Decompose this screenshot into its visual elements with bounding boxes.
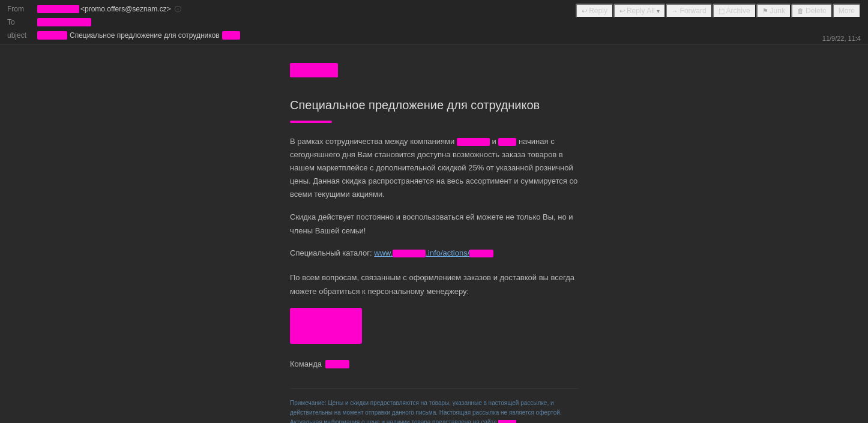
reply-icon: ↩ [582, 7, 587, 15]
from-name-redacted [37, 5, 79, 13]
email-header: From <promo.offers@seznam.cz> ⓘ To ubjec… [0, 0, 868, 45]
to-name-redacted [37, 18, 91, 26]
footer-note: Примечание: Цены и скидки предоставляютс… [290, 388, 578, 423]
email-timestamp: 11/9/22, 11:4 [822, 35, 861, 42]
logo-block [290, 63, 578, 77]
to-label: To [7, 18, 37, 26]
reply-all-icon: ↩ [619, 7, 625, 15]
reply-button[interactable]: ↩ Reply [576, 4, 613, 18]
email-title: Специальное предложение для сотрудников [290, 95, 578, 115]
para1-start: В рамках сотрудничества между компаниями [290, 137, 454, 146]
catalog-domain-redacted [393, 250, 426, 257]
junk-icon: ⚑ [762, 7, 768, 15]
catalog-path-redacted [469, 250, 493, 257]
subject-redacted2 [222, 31, 240, 40]
archive-icon: ⬚ [719, 7, 725, 15]
from-label: From [7, 5, 37, 13]
junk-button[interactable]: ⚑ Junk [756, 4, 791, 18]
reply-all-chevron: ▾ [657, 8, 660, 14]
reply-label: Reply [589, 7, 607, 15]
email-content: Специальное предложение для сотрудников … [290, 63, 578, 423]
more-label: More [839, 7, 855, 15]
paragraph-2: Скидка действует постоянно и воспользова… [290, 211, 578, 237]
subject-text: Специальное предложение для сотрудников [70, 31, 220, 40]
catalog-label: Специальный каталог: [290, 248, 372, 257]
company2-redacted [498, 138, 516, 146]
company1-redacted [457, 138, 490, 146]
subject-label: ubject [7, 31, 37, 40]
junk-label: Junk [770, 7, 785, 15]
forward-button[interactable]: → Forward [666, 4, 713, 18]
logo-image [290, 63, 338, 77]
team-label: Команда [290, 358, 322, 371]
forward-icon: → [672, 7, 678, 14]
email-body: Специальное предложение для сотрудников … [0, 45, 868, 423]
forward-label: Forward [680, 7, 707, 15]
para1-end: начиная с сегодняшнего дня Вам становитс… [290, 137, 577, 199]
catalog-line: Специальный каталог: www. .info/actions/ [290, 247, 578, 260]
manager-button[interactable] [290, 308, 362, 344]
catalog-link[interactable]: www. .info/actions/ [374, 248, 493, 257]
email-toolbar: ↩ Reply ↩ Reply All ▾ → Forward ⬚ Archiv… [576, 4, 861, 18]
catalog-link-prefix: www. [374, 248, 393, 257]
more-button[interactable]: More [833, 4, 861, 18]
reply-all-label: Reply All [627, 7, 655, 15]
delete-label: Delete [806, 7, 827, 15]
paragraph-3: По всем вопросам, связанным с оформление… [290, 271, 578, 298]
team-signature: Команда [290, 358, 578, 371]
team-name-redacted [325, 360, 349, 368]
subject-redacted1 [37, 31, 67, 40]
reply-all-button[interactable]: ↩ Reply All ▾ [613, 4, 666, 18]
title-underline [290, 121, 332, 123]
catalog-link-suffix: .info/actions/ [426, 248, 469, 257]
archive-label: Archive [726, 7, 750, 15]
footer-text-1: Примечание: Цены и скидки предоставляютс… [290, 400, 562, 423]
archive-button[interactable]: ⬚ Archive [713, 4, 756, 18]
from-email: <promo.offers@seznam.cz> [80, 5, 171, 13]
delete-icon: 🗑 [797, 7, 804, 14]
external-indicator: ⓘ [175, 5, 181, 14]
paragraph-1: В рамках сотрудничества между компаниями… [290, 135, 578, 201]
subject-row: ubject Специальное предложение для сотру… [7, 29, 861, 42]
delete-button[interactable]: 🗑 Delete [791, 4, 833, 18]
para1-mid: и [492, 137, 496, 146]
footer-site-redacted [498, 420, 516, 423]
